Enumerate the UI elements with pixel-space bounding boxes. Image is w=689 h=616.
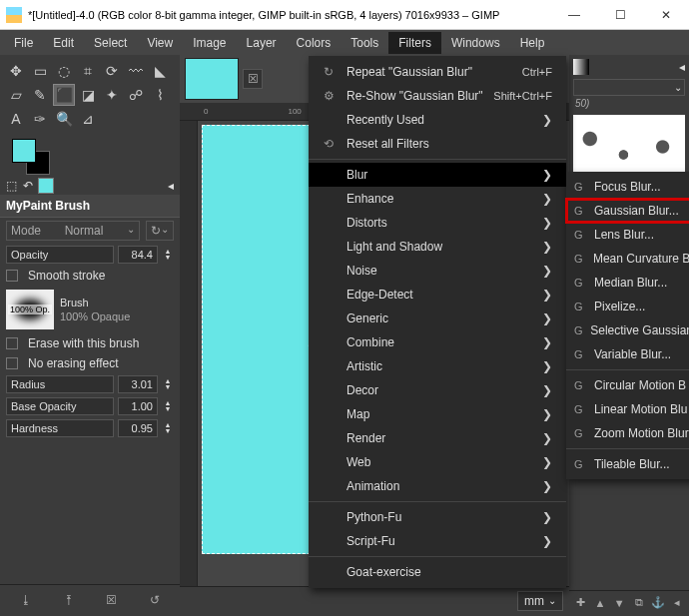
panel-menu-icon[interactable]: ◂ xyxy=(679,60,685,74)
submenu-item-lens-blur-[interactable]: GLens Blur... xyxy=(566,223,689,247)
menu-view[interactable]: View xyxy=(137,32,183,54)
menu-item-noise[interactable]: Noise❯ xyxy=(309,259,566,283)
lower-layer-icon[interactable]: ▼ xyxy=(612,596,626,610)
image-tab[interactable] xyxy=(186,59,238,99)
submenu-item-circular-motion-b[interactable]: GCircular Motion B xyxy=(566,373,689,397)
tool-color-picker[interactable]: ✑ xyxy=(30,109,50,129)
tool-smudge[interactable]: ☍ xyxy=(126,85,146,105)
baseopacity-spinner[interactable]: ▲▼ xyxy=(162,400,174,412)
submenu-item-focus-blur-[interactable]: GFocus Blur... xyxy=(566,175,689,199)
radius-spinner[interactable]: ▲▼ xyxy=(162,378,174,390)
hardness-spinner[interactable]: ▲▼ xyxy=(162,422,174,434)
menu-item-web[interactable]: Web❯ xyxy=(309,450,566,474)
minimize-button[interactable]: — xyxy=(551,0,597,30)
menu-item-repeat-gaussian-blur-[interactable]: ↻Repeat "Gaussian Blur"Ctrl+F xyxy=(309,60,566,84)
tool-zoom[interactable]: 🔍 xyxy=(54,109,74,129)
tool-clone[interactable]: ✦ xyxy=(102,85,122,105)
hardness-label[interactable]: Hardness xyxy=(6,419,114,437)
mode-select[interactable]: Mode Normal ⌄ xyxy=(6,221,140,241)
hardness-value[interactable]: 0.95 xyxy=(118,419,158,437)
maximize-button[interactable]: ☐ xyxy=(597,0,643,30)
submenu-item-linear-motion-blu[interactable]: GLinear Motion Blu xyxy=(566,397,689,421)
tool-rect-select[interactable]: ▭ xyxy=(30,61,50,81)
menu-help[interactable]: Help xyxy=(510,32,555,54)
save-preset-icon[interactable]: ⭳ xyxy=(16,590,36,610)
menu-file[interactable]: File xyxy=(4,32,43,54)
baseopacity-value[interactable]: 1.00 xyxy=(118,397,158,415)
submenu-item-tileable-blur-[interactable]: GTileable Blur... xyxy=(566,452,689,476)
menu-item-render[interactable]: Render❯ xyxy=(309,426,566,450)
tool-bucket[interactable]: ◣ xyxy=(150,61,170,81)
menu-colors[interactable]: Colors xyxy=(287,32,342,54)
menu-item-artistic[interactable]: Artistic❯ xyxy=(309,354,566,378)
opacity-label[interactable]: Opacity xyxy=(6,246,114,264)
tool-gradient[interactable]: ▱ xyxy=(6,85,26,105)
erase-checkbox[interactable]: Erase with this brush xyxy=(0,333,180,353)
menu-item-light-and-shadow[interactable]: Light and Shadow❯ xyxy=(309,235,566,259)
mode-switch[interactable]: ↻⌄ xyxy=(146,221,174,241)
menu-image[interactable]: Image xyxy=(183,32,236,54)
submenu-item-mean-curvature-bl[interactable]: GMean Curvature Bl xyxy=(566,247,689,271)
tool-measure[interactable]: ⊿ xyxy=(78,109,98,129)
tool-mypaint-brush[interactable]: ⬛ xyxy=(54,85,74,105)
tab-color-icon[interactable] xyxy=(39,179,53,193)
tab-icon[interactable]: ↶ xyxy=(23,179,33,193)
color-swatches[interactable] xyxy=(0,135,180,177)
tool-pencil[interactable]: ✎ xyxy=(30,85,50,105)
smooth-stroke-checkbox[interactable]: Smooth stroke xyxy=(0,266,180,286)
submenu-item-median-blur-[interactable]: GMedian Blur... xyxy=(566,271,689,295)
menu-item-script-fu[interactable]: Script-Fu❯ xyxy=(309,529,566,553)
radius-value[interactable]: 3.01 xyxy=(118,375,158,393)
menu-item-distorts[interactable]: Distorts❯ xyxy=(309,211,566,235)
menu-item-recently-used[interactable]: Recently Used❯ xyxy=(309,108,566,132)
noerase-checkbox[interactable]: No erasing effect xyxy=(0,353,180,373)
submenu-item-pixelize-[interactable]: GPixelize... xyxy=(566,295,689,318)
duplicate-layer-icon[interactable]: ⧉ xyxy=(632,596,646,610)
tool-eraser[interactable]: ◪ xyxy=(78,85,98,105)
radius-label[interactable]: Radius xyxy=(6,375,114,393)
tool-text[interactable]: A xyxy=(6,109,26,129)
menu-item-enhance[interactable]: Enhance❯ xyxy=(309,187,566,211)
reset-preset-icon[interactable]: ↺ xyxy=(145,590,165,610)
tool-crop[interactable]: ⌗ xyxy=(78,61,98,81)
panel-menu-icon[interactable]: ◂ xyxy=(168,179,174,193)
menu-item-generic[interactable]: Generic❯ xyxy=(309,307,566,330)
menu-tools[interactable]: Tools xyxy=(341,32,388,54)
menu-item-combine[interactable]: Combine❯ xyxy=(309,330,566,354)
opacity-value[interactable]: 84.4 xyxy=(118,246,158,264)
baseopacity-label[interactable]: Base Opacity xyxy=(6,397,114,415)
menu-layer[interactable]: Layer xyxy=(237,32,287,54)
submenu-item-zoom-motion-blur[interactable]: GZoom Motion Blur xyxy=(566,421,689,445)
tool-paths[interactable]: ⌇ xyxy=(150,85,170,105)
delete-preset-icon[interactable]: ☒ xyxy=(102,590,122,610)
unit-select[interactable]: mm⌄ xyxy=(517,591,563,611)
menu-select[interactable]: Select xyxy=(84,32,137,54)
submenu-item-gaussian-blur-[interactable]: GGaussian Blur... xyxy=(566,199,689,223)
close-button[interactable]: ✕ xyxy=(643,0,689,30)
menu-filters[interactable]: Filters xyxy=(388,32,441,54)
anchor-layer-icon[interactable]: ⚓ xyxy=(651,596,665,610)
foreground-swatch[interactable] xyxy=(12,139,36,163)
menu-item-re-show-gaussian-blur-[interactable]: ⚙Re-Show "Gaussian Blur"Shift+Ctrl+F xyxy=(309,84,566,108)
menu-windows[interactable]: Windows xyxy=(441,32,510,54)
opacity-spinner[interactable]: ▲▼ xyxy=(162,249,174,261)
submenu-item-selective-gaussian[interactable]: GSelective Gaussian xyxy=(566,318,689,342)
menu-edit[interactable]: Edit xyxy=(43,32,84,54)
close-tab-icon[interactable]: ☒ xyxy=(244,70,262,88)
tool-warp[interactable]: 〰 xyxy=(126,61,146,81)
menu-item-goat-exercise[interactable]: Goat-exercise xyxy=(309,560,566,584)
menu-item-blur[interactable]: Blur❯ xyxy=(309,163,566,187)
menu-item-edge-detect[interactable]: Edge-Detect❯ xyxy=(309,283,566,307)
menu-item-decor[interactable]: Decor❯ xyxy=(309,378,566,402)
tab-icon[interactable]: ⬚ xyxy=(6,179,17,193)
raise-layer-icon[interactable]: ▲ xyxy=(593,596,607,610)
brush-preview[interactable]: 100% Op. xyxy=(6,290,54,329)
submenu-item-variable-blur-[interactable]: GVariable Blur... xyxy=(566,342,689,366)
brush-tab-icon[interactable] xyxy=(573,59,589,75)
menu-item-animation[interactable]: Animation❯ xyxy=(309,474,566,498)
menu-item-python-fu[interactable]: Python-Fu❯ xyxy=(309,505,566,529)
restore-preset-icon[interactable]: ⭱ xyxy=(59,590,79,610)
menu-item-map[interactable]: Map❯ xyxy=(309,402,566,426)
new-layer-icon[interactable]: ✚ xyxy=(574,596,588,610)
tool-move[interactable]: ✥ xyxy=(6,61,26,81)
